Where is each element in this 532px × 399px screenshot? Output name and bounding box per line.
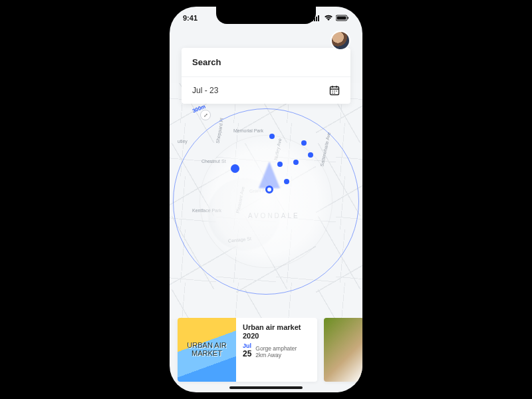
event-title: Urban air market 2020 [243,323,311,340]
event-pin-large[interactable] [231,164,239,173]
device-notch [216,7,316,24]
event-pin[interactable] [269,134,275,139]
svg-rect-6 [348,17,349,19]
search-input[interactable]: Search [182,48,350,76]
status-time: 9:41 [183,14,198,22]
svg-point-14 [332,92,333,94]
svg-point-15 [334,92,335,94]
svg-rect-3 [318,15,319,21]
event-pin[interactable] [284,179,289,184]
calendar-icon [329,85,340,96]
home-indicator[interactable] [229,386,303,389]
event-pin[interactable] [293,160,299,165]
svg-rect-2 [316,17,317,21]
search-card: Search Jul - 23 [182,48,350,104]
status-indicators [312,15,349,21]
svg-rect-5 [337,17,346,20]
event-date: Jul 25 [243,343,251,358]
event-card-peek[interactable] [324,318,362,382]
svg-point-13 [336,90,337,92]
wifi-icon [324,15,333,21]
phone-frame: 9:41 Search Jul - 23 Memorial Park Chest… [170,7,362,392]
range-handle[interactable]: ⤢ [200,110,211,120]
date-value: Jul - 23 [192,86,218,95]
map-view[interactable]: Memorial Park Chestnut St utley Grant Av… [170,83,362,319]
event-pin[interactable] [308,152,313,158]
event-body: Urban air market 2020 Jul 25 Gorge ampha… [236,318,317,382]
avatar[interactable] [331,31,350,51]
svg-point-12 [334,90,335,92]
event-card[interactable]: URBAN AIR MARKET Urban air market 2020 J… [178,318,317,382]
event-poster-text: URBAN AIR MARKET [178,342,236,357]
event-meta: Jul 25 Gorge amphater 2km Away [243,343,311,358]
event-day: 25 [243,350,251,358]
date-picker[interactable]: Jul - 23 [182,76,350,104]
battery-icon [336,15,349,21]
svg-point-11 [332,90,333,92]
event-pin[interactable] [301,140,307,146]
event-poster: URBAN AIR MARKET [178,318,236,382]
current-location[interactable] [265,186,273,194]
street-label: utley [178,139,188,144]
event-distance: 2km Away [255,352,297,358]
event-sub: Gorge amphater 2km Away [255,345,297,358]
events-carousel[interactable]: URBAN AIR MARKET Urban air market 2020 J… [170,318,362,384]
event-venue: Gorge amphater [255,345,297,352]
location-beam [259,162,280,188]
